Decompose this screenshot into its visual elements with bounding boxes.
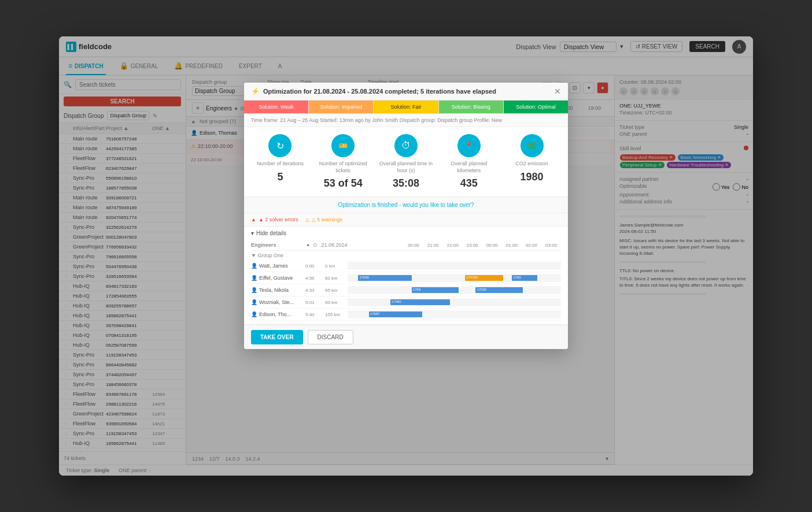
edison-dist: 105 km [325,312,345,317]
tesla-time: 4:33 [305,288,323,293]
modal-actions: TAKE OVER DISCARD [244,325,568,349]
modal-alerts: ▲ ▲ 2 solver errors △ △ 5 warnings [244,213,568,227]
co2-icon: 🌿 [521,134,544,157]
edison-time: 5:40 [305,312,323,317]
iterations-label: Number of iterations [257,161,304,168]
tm-00: 00:00 [482,243,502,248]
eiffel-label-1: 17580 [359,276,369,279]
tm-21: 21:00 [423,243,443,248]
edison-avatar: 👤 [251,311,257,317]
eiffel-name: 👤 Eiffel, Gustave [251,275,303,281]
co2-label: CO2 emission [515,161,548,168]
edison-name: 👤 Edison, Tho... [251,311,303,317]
tesla-dist: 95 km [325,288,345,293]
solution-tab-biasing[interactable]: Solution: Biasing [439,101,504,113]
tesla-label-2: 17580 [477,288,486,291]
hide-details-button[interactable]: ▾ Hide details [251,230,286,236]
tickets-value: 53 of 54 [324,177,363,190]
km-value: 435 [460,177,478,190]
watt-name: 👤 Watt, James [251,263,303,269]
wozniak-avatar: 👤 [251,299,257,305]
stat-km: 📍 Overall planned kilometers 435 [440,134,498,190]
eiffel-bar-3: 1768 [512,275,537,281]
tesla-bar-2: 17580 [475,287,522,293]
wozniak-timeline: 17580 [348,298,561,306]
solution-tab-weak[interactable]: Solution: Weak [244,101,309,113]
time-icon: ⏱ [394,134,418,157]
co2-value: 1980 [521,171,544,183]
eiffel-label-3: 1768 [513,276,521,279]
tesla-name: 👤 Tesla, Nikola [251,287,303,293]
solution-tab-fair[interactable]: Solution: Fair [374,101,438,113]
tesla-bar-1: 1768 [412,287,459,293]
stat-time: ⏱ Overall planned time in hour (s) 35:08 [377,134,435,190]
watt-timeline [348,262,561,270]
modal-overlay[interactable]: ⚡ Optimization for 21.08.2024 - 25.08.20… [59,36,753,476]
edison-label-1: 17687 [370,312,380,316]
optimization-modal: ⚡ Optimization for 21.08.2024 - 25.08.20… [244,83,568,349]
watt-time: 0:00 [305,264,323,269]
stat-tickets: 🎫 Number of optimized tickets 53 of 54 [314,134,372,190]
eiffel-dist: 82 km [325,276,345,281]
detail-time-markers: 20:00 21:00 22:00 23:00 00:00 01:00 02:0… [404,243,561,248]
date-21: 21.08.2024 [321,242,400,248]
screen: ▌▌ fieldcode Dispatch View Dispatch View… [59,36,753,476]
watt-dist: 0 km [325,264,345,269]
wozniak-bar-1: 17580 [390,299,450,305]
km-icon: 📍 [457,134,481,157]
error-icon: ▲ [251,217,256,222]
detail-eng-tesla: 👤 Tesla, Nikola 4:33 95 km 1768 17580 [251,284,561,296]
detail-eng-wozniak: 👤 Wozniak, Ste... 5:01 60 km 17580 [251,296,561,309]
tm-03: 03:00 [541,243,561,248]
detail-eng-watt: 👤 Watt, James 0:00 0 km [251,260,561,272]
modal-header: ⚡ Optimization for 21.08.2024 - 25.08.20… [244,83,568,101]
tickets-icon: 🎫 [331,134,355,157]
details-content: Engineers ● ⊙ 21.08.2024 20:00 21:00 22:… [251,240,561,321]
tm-23: 23:00 [463,243,482,248]
detail-eng-label: Engineers [251,242,303,248]
tm-22: 22:00 [443,243,463,248]
tm-01: 01:00 [502,243,522,248]
stat-co2: 🌿 CO2 emission 1980 [503,134,561,190]
optimization-icon: ⚡ [251,87,260,95]
solution-tab-impaired[interactable]: Solution: Impaired [309,101,374,113]
time-value: 35:08 [393,177,419,190]
group-one-header: ▼ Group One [251,251,561,260]
modal-stats: ↻ Number of iterations 5 🎫 Number of opt… [244,127,568,197]
tesla-label-1: 1768 [413,288,420,291]
details-header: Engineers ● ⊙ 21.08.2024 20:00 21:00 22:… [251,240,561,251]
iterations-icon: ↻ [268,134,291,157]
discard-button[interactable]: DISCARD [308,330,353,344]
solution-tabs: Solution: Weak Solution: Impaired Soluti… [244,101,568,114]
watt-avatar: 👤 [251,263,257,269]
wozniak-time: 5:01 [305,300,323,305]
take-over-button[interactable]: TAKE OVER [251,330,303,344]
tm-20: 20:00 [404,243,423,248]
tesla-avatar: 👤 [251,287,257,293]
modal-details: ▾ Hide details Engineers ● ⊙ 21.08.2024 … [244,227,568,325]
eiffel-bar-2: 174783 [465,275,503,281]
edison-timeline: 17687 [348,310,561,318]
detail-lock-icon: ⊙ [313,242,318,248]
modal-cta: Optimization is finished - would you lik… [244,197,568,213]
km-label: Overall planned kilometers [440,161,498,174]
tesla-timeline: 1768 17580 [348,286,561,294]
time-label: Overall planned time in hour (s) [377,161,435,174]
eiffel-label-2: 174783 [466,276,478,279]
detail-avatar-icon: ● [307,242,309,248]
modal-close-button[interactable]: ✕ [554,87,561,95]
detail-eng-edison: 👤 Edison, Tho... 5:40 105 km 17687 [251,309,561,321]
wozniak-name: 👤 Wozniak, Ste... [251,299,303,305]
eiffel-timeline: 17580 174783 1768 [348,274,561,282]
iterations-value: 5 [277,171,283,183]
app-container: ▌▌ fieldcode Dispatch View Dispatch View… [59,36,753,476]
edison-bar-1: 17687 [369,311,422,317]
modal-title: Optimization for 21.08.2024 - 25.08.2024… [263,88,551,95]
detail-eng-eiffel: 👤 Eiffel, Gustave 4:56 82 km 17580 174 [251,272,561,284]
eiffel-bar-1: 17580 [358,275,411,281]
tickets-label: Number of optimized tickets [314,161,372,174]
solver-warnings: △ △ 5 warnings [305,217,342,222]
solution-tab-optimal[interactable]: Solution: Optimal [504,101,568,113]
tm-02: 02:00 [522,243,541,248]
modal-meta: Time frame: 21 Aug – 25 Aug Started: 13m… [244,114,568,127]
